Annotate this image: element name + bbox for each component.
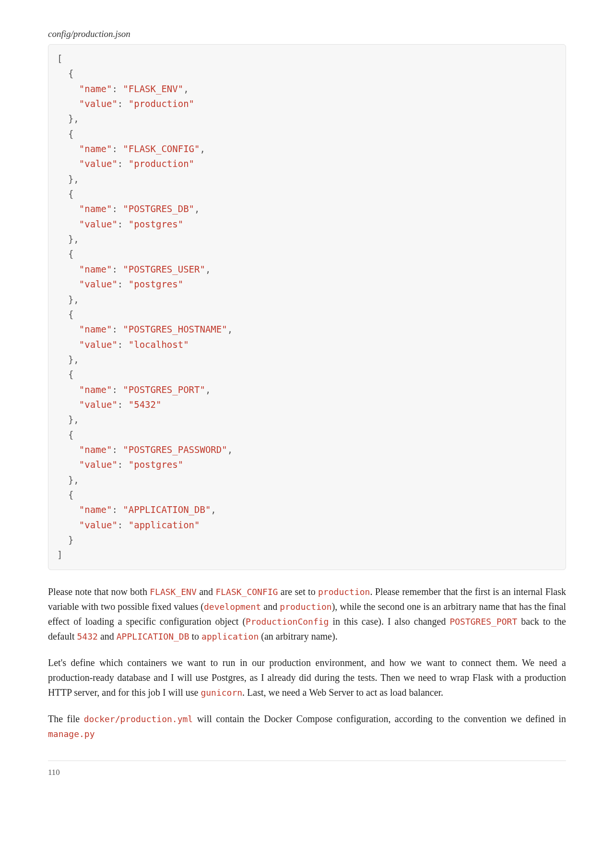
page-number: 110 bbox=[48, 768, 566, 777]
text: . Last, we need a Web Server to act as l… bbox=[242, 687, 443, 698]
inline-code-development: development bbox=[204, 602, 261, 612]
inline-code-production-config: ProductionConfig bbox=[246, 617, 329, 627]
text: to bbox=[189, 631, 202, 642]
inline-code-manage-py: manage.py bbox=[48, 729, 95, 739]
text: (an arbitrary name). bbox=[259, 631, 337, 642]
inline-code-application: application bbox=[201, 631, 259, 642]
text: and bbox=[261, 601, 280, 612]
inline-code-flask-env: FLASK_ENV bbox=[150, 587, 197, 597]
text: and bbox=[197, 586, 216, 597]
file-path-label: config/production.json bbox=[48, 29, 566, 39]
inline-code-gunicorn: gunicorn bbox=[201, 688, 242, 698]
text: The file bbox=[48, 713, 84, 724]
inline-code-application-db: APPLICATION_DB bbox=[117, 631, 189, 642]
inline-code-flask-config: FLASK_CONFIG bbox=[215, 587, 278, 597]
paragraph-2: Let's define which containers we want to… bbox=[48, 655, 566, 700]
code-block-json: [ { "name": "FLASK_ENV", "value": "produ… bbox=[48, 44, 566, 570]
inline-code-5432: 5432 bbox=[77, 631, 98, 642]
footer-divider bbox=[48, 761, 566, 761]
inline-code-docker-production-yml: docker/production.yml bbox=[84, 714, 193, 724]
text: and bbox=[98, 631, 117, 642]
text: Please note that now both bbox=[48, 586, 150, 597]
text: will contain the Docker Compose configur… bbox=[193, 713, 566, 724]
text: are set to bbox=[278, 586, 318, 597]
inline-code-production-2: production bbox=[280, 602, 331, 612]
paragraph-3: The file docker/production.yml will cont… bbox=[48, 712, 566, 741]
paragraph-1: Please note that now both FLASK_ENV and … bbox=[48, 584, 566, 644]
inline-code-postgres-port: POSTGRES_PORT bbox=[449, 617, 517, 627]
text: in this case). I also changed bbox=[329, 616, 449, 627]
inline-code-production: production bbox=[318, 587, 370, 597]
